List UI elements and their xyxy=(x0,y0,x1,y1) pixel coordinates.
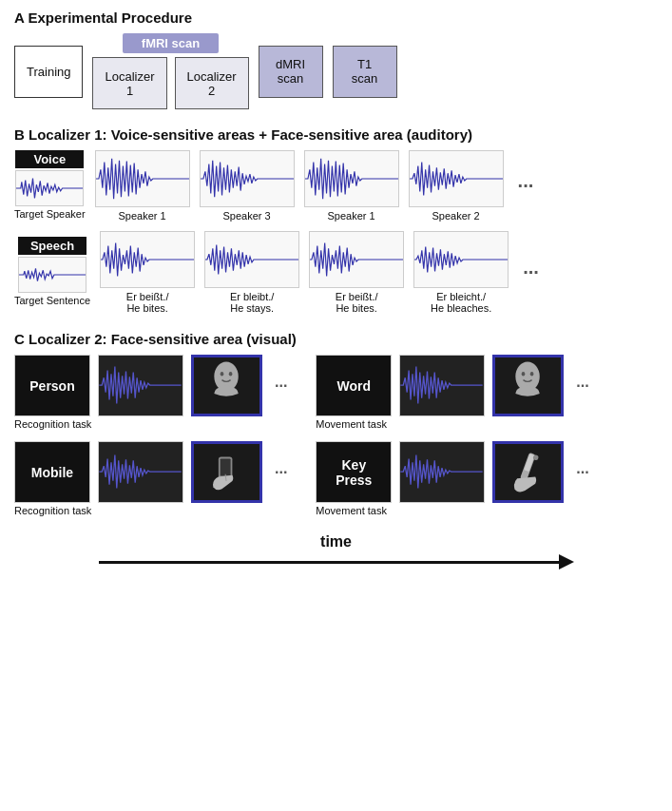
person-face-box xyxy=(191,355,262,416)
keypress-caption: Movement task xyxy=(316,505,588,516)
word-group: Word xyxy=(316,355,588,430)
sentence3-caption: Er beißt./ He bites. xyxy=(336,291,378,314)
mobile-waveform-box xyxy=(98,441,183,503)
voice-row: Voice Target Speaker Speaker 1 xyxy=(14,150,658,222)
speaker1-item: Speaker 1 xyxy=(95,150,190,222)
mobile-dots: ··· xyxy=(275,464,287,481)
speaker1b-caption: Speaker 1 xyxy=(328,210,375,222)
speaker1b-item: Speaker 1 xyxy=(304,150,399,222)
person-row: Person xyxy=(14,355,287,416)
sentence1-caption: Er beißt./ He bites. xyxy=(126,291,169,314)
speaker3-item: Speaker 3 xyxy=(200,150,295,222)
person-label-box: Person xyxy=(14,355,90,416)
speaker1b-waveform xyxy=(304,150,399,207)
sentence2-waveform xyxy=(204,231,299,288)
word-label-box: Word xyxy=(316,355,392,416)
person-group: Person xyxy=(14,355,287,430)
svg-point-8 xyxy=(530,372,534,377)
svg-point-7 xyxy=(522,372,526,377)
fmri-label: fMRI scan xyxy=(123,33,219,53)
voice-label: Voice xyxy=(15,150,84,168)
section-b: B Localizer 1: Voice-sensitive areas + F… xyxy=(14,126,658,314)
sentence2-caption: Er bleibt./ He stays. xyxy=(230,291,274,314)
svg-point-2 xyxy=(229,372,233,377)
voice-target-waveform xyxy=(15,170,84,206)
word-row: Word xyxy=(316,355,588,416)
sentence4-caption: Er bleicht./ He bleaches. xyxy=(431,291,491,314)
training-label: Training xyxy=(27,65,70,79)
speaker3-waveform xyxy=(200,150,295,207)
speech-dots: ··· xyxy=(523,261,539,283)
speaker3-caption: Speaker 3 xyxy=(223,210,271,222)
section-a: A Experimental Procedure Training fMRI s… xyxy=(14,10,658,109)
mobile-group: Mobile xyxy=(14,441,287,516)
sentence4-waveform xyxy=(413,231,509,288)
keypress-label-box: Key Press xyxy=(316,441,392,503)
training-box: Training xyxy=(14,46,83,98)
person-dots: ··· xyxy=(275,377,287,395)
localizer2-box: Localizer 2 xyxy=(175,57,249,109)
word-face-box xyxy=(492,355,564,416)
sentence1-item: Er beißt./ He bites. xyxy=(100,231,195,314)
time-arrow-section: time xyxy=(14,533,658,570)
arrow-line xyxy=(99,561,559,564)
word-waveform-box xyxy=(399,355,485,416)
sentence3-item: Er beißt./ He bites. xyxy=(309,231,404,314)
left-column: Person xyxy=(14,355,287,516)
voice-dots: ··· xyxy=(518,175,534,197)
speaker2-item: Speaker 2 xyxy=(409,150,504,222)
voice-target-caption: Target Speaker xyxy=(14,208,86,221)
sentence4-item: Er bleicht./ He bleaches. xyxy=(413,231,509,314)
mobile-caption: Recognition task xyxy=(14,505,287,516)
mobile-row: Mobile xyxy=(14,441,287,503)
section-b-title: B Localizer 1: Voice-sensitive areas + F… xyxy=(14,126,658,143)
keypress-group: Key Press xyxy=(316,441,588,516)
svg-point-1 xyxy=(221,372,224,377)
fmri-group: fMRI scan Localizer 1 Localizer 2 xyxy=(92,33,248,109)
person-waveform-box xyxy=(98,355,183,416)
speech-row: Speech Target Sentence Er beißt./ He bit… xyxy=(14,231,658,314)
dmri-box: dMRI scan xyxy=(259,46,323,98)
person-label: Person xyxy=(29,378,74,394)
mobile-label-box: Mobile xyxy=(14,441,90,503)
sentence2-item: Er bleibt./ He stays. xyxy=(204,231,299,314)
speaker2-caption: Speaker 2 xyxy=(432,210,480,222)
person-caption: Recognition task xyxy=(14,418,287,430)
section-a-content: Training fMRI scan Localizer 1 Localizer… xyxy=(14,33,658,109)
speech-target-caption: Target Sentence xyxy=(14,295,90,307)
time-arrow xyxy=(99,554,574,570)
speaker2-waveform xyxy=(409,150,504,207)
arrow-head xyxy=(559,554,574,570)
voice-target: Voice Target Speaker xyxy=(14,150,86,221)
time-label: time xyxy=(320,533,352,550)
fmri-boxes: Localizer 1 Localizer 2 xyxy=(92,57,248,109)
section-a-title: A Experimental Procedure xyxy=(14,10,658,26)
sentence1-waveform xyxy=(100,231,195,288)
svg-rect-4 xyxy=(221,458,231,475)
keypress-hand-box xyxy=(492,441,564,503)
t1-box: T1 scan xyxy=(333,46,397,98)
right-column: Word xyxy=(316,355,588,516)
svg-rect-10 xyxy=(525,454,535,472)
keypress-row: Key Press xyxy=(316,441,588,503)
word-caption: Movement task xyxy=(316,418,588,430)
section-c: C Localizer 2: Face-sensitive area (visu… xyxy=(14,331,658,516)
keypress-label: Key Press xyxy=(336,457,372,488)
speech-target-waveform xyxy=(18,257,86,293)
localizer2-layout: Person xyxy=(14,355,658,516)
speaker1-caption: Speaker 1 xyxy=(119,210,166,222)
word-label: Word xyxy=(337,378,372,394)
speech-target: Speech Target Sentence xyxy=(14,237,90,307)
mobile-label: Mobile xyxy=(31,465,73,480)
keypress-waveform-box xyxy=(399,441,485,503)
speaker1-waveform xyxy=(95,150,190,207)
keypress-dots: ··· xyxy=(576,464,588,481)
mobile-hand-box xyxy=(191,441,262,503)
section-c-title: C Localizer 2: Face-sensitive area (visu… xyxy=(14,331,658,347)
word-dots: ··· xyxy=(576,377,588,395)
sentence3-waveform xyxy=(309,231,404,288)
speech-label: Speech xyxy=(18,237,86,255)
localizer1-box: Localizer 1 xyxy=(92,57,166,109)
